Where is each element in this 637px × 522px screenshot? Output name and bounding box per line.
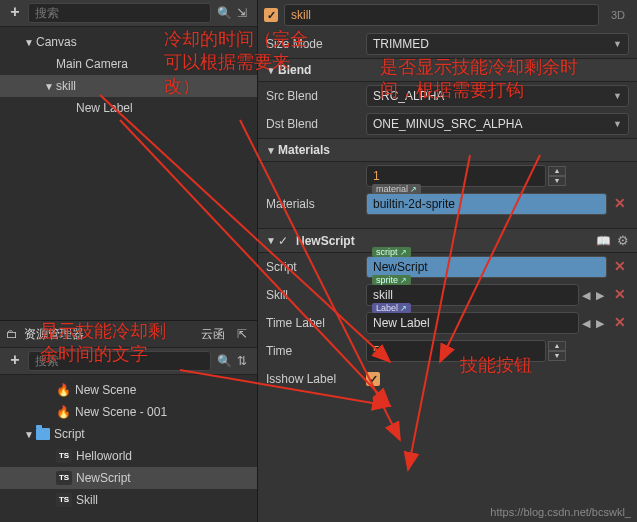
tree-item-label: Canvas xyxy=(36,35,77,49)
chevron-down-icon: ▼ xyxy=(266,145,278,156)
assets-toolbar: + 🔍 ⇅ xyxy=(0,348,257,375)
tree-item-label: NewScript xyxy=(76,471,131,485)
hierarchy-tree: ▼CanvasMain Camera▼skillNew Label xyxy=(0,27,257,123)
tree-item-label: Script xyxy=(54,427,85,441)
time-input[interactable] xyxy=(366,340,546,362)
tree-item-label: New Scene - 001 xyxy=(75,405,167,419)
time-prop-row: Time ▲▼ xyxy=(258,337,637,365)
timelabel-prop-row: Time Label Label↗ ◀ ▶ ✕ xyxy=(258,309,637,337)
script-tag: script↗ xyxy=(372,247,411,257)
assets-panel: 🗀 资源管理器 云函 ⇱ + 🔍 ⇅ 🔥New Scene🔥New Scene … xyxy=(0,320,258,522)
hierarchy-toolbar: + 🔍 ⇲ xyxy=(0,0,257,27)
next-button[interactable]: ▶ xyxy=(593,317,607,330)
add-asset-button[interactable]: + xyxy=(6,352,24,370)
label-tag: Label↗ xyxy=(372,303,411,313)
src-blend-dropdown[interactable]: SRC_ALPHA ▼ xyxy=(366,85,629,107)
assets-search-input[interactable] xyxy=(28,351,211,371)
newscript-section[interactable]: ▼ ✓ NewScript 📖 ⚙ xyxy=(258,228,637,253)
isshow-checkbox[interactable]: ✓ xyxy=(366,372,380,386)
delete-timelabel-button[interactable]: ✕ xyxy=(611,314,629,332)
typescript-icon: TS xyxy=(56,493,72,507)
asset-item-script[interactable]: ▼Script xyxy=(0,423,257,445)
inspector-panel: ✓ 3D Size Mode TRIMMED ▼ ▼ Blend Src Ble… xyxy=(258,0,637,522)
component-active-checkbox[interactable]: ✓ xyxy=(278,234,292,248)
asset-item-newscript[interactable]: TSNewScript xyxy=(0,467,257,489)
prev-button[interactable]: ◀ xyxy=(579,317,593,330)
tree-item-label: skill xyxy=(56,79,76,93)
hierarchy-item-new-label[interactable]: New Label xyxy=(0,97,257,119)
hierarchy-item-skill[interactable]: ▼skill xyxy=(0,75,257,97)
hierarchy-search-input[interactable] xyxy=(28,3,211,23)
folder-icon: 🗀 xyxy=(6,327,18,341)
material-tag: material↗ xyxy=(372,184,421,194)
tree-item-label: Main Camera xyxy=(56,57,128,71)
src-blend-row: Src Blend SRC_ALPHA ▼ xyxy=(258,82,637,110)
isshow-prop-row: Isshow Label ✓ xyxy=(258,365,637,393)
chevron-down-icon: ▼ xyxy=(613,39,622,49)
asset-item-new-scene---001[interactable]: 🔥New Scene - 001 xyxy=(0,401,257,423)
node-name-input[interactable] xyxy=(284,4,599,26)
help-icon[interactable]: 📖 xyxy=(596,234,611,248)
collapse-icon[interactable]: ⇲ xyxy=(233,4,251,22)
timelabel-slot-input[interactable] xyxy=(366,312,579,334)
expand-icon[interactable]: ⇱ xyxy=(233,325,251,343)
material-slot-input[interactable] xyxy=(366,193,607,215)
size-mode-dropdown[interactable]: TRIMMED ▼ xyxy=(366,33,629,55)
material-slot-row: Materials material↗ ✕ xyxy=(258,190,637,218)
typescript-icon: TS xyxy=(56,471,72,485)
caret-icon: ▼ xyxy=(24,429,36,440)
hierarchy-item-canvas[interactable]: ▼Canvas xyxy=(0,31,257,53)
materials-count-row: ▲▼ xyxy=(258,162,637,190)
assets-tree: 🔥New Scene🔥New Scene - 001▼ScriptTSHello… xyxy=(0,375,257,515)
typescript-icon: TS xyxy=(56,449,72,463)
node-active-checkbox[interactable]: ✓ xyxy=(264,8,278,22)
asset-item-helloworld[interactable]: TSHelloworld xyxy=(0,445,257,467)
delete-material-button[interactable]: ✕ xyxy=(611,195,629,213)
chevron-down-icon: ▼ xyxy=(266,65,278,76)
search-icon[interactable]: 🔍 xyxy=(215,4,233,22)
tree-item-label: New Label xyxy=(76,101,133,115)
hierarchy-panel: + 🔍 ⇲ ▼CanvasMain Camera▼skillNew Label xyxy=(0,0,258,320)
dst-blend-dropdown[interactable]: ONE_MINUS_SRC_ALPHA ▼ xyxy=(366,113,629,135)
tree-item-label: Skill xyxy=(76,493,98,507)
assets-header: 🗀 资源管理器 云函 ⇱ xyxy=(0,321,257,348)
chevron-down-icon: ▼ xyxy=(613,119,622,129)
dst-blend-row: Dst Blend ONE_MINUS_SRC_ALPHA ▼ xyxy=(258,110,637,138)
scene-icon: 🔥 xyxy=(56,383,71,397)
assets-panel-title: 资源管理器 xyxy=(24,326,201,343)
folder-icon xyxy=(36,428,50,440)
caret-icon: ▼ xyxy=(24,37,36,48)
skill-prop-row: Skill sprite↗ ◀ ▶ ✕ xyxy=(258,281,637,309)
gear-icon[interactable]: ⚙ xyxy=(617,233,629,248)
asset-item-skill[interactable]: TSSkill xyxy=(0,489,257,511)
prev-button[interactable]: ◀ xyxy=(579,289,593,302)
delete-script-button[interactable]: ✕ xyxy=(611,258,629,276)
3d-toggle[interactable]: 3D xyxy=(605,9,631,21)
chevron-down-icon: ▼ xyxy=(613,91,622,101)
tree-item-label: Helloworld xyxy=(76,449,132,463)
sort-icon[interactable]: ⇅ xyxy=(233,352,251,370)
node-header: ✓ 3D xyxy=(258,0,637,30)
scene-icon: 🔥 xyxy=(56,405,71,419)
search-icon[interactable]: 🔍 xyxy=(215,352,233,370)
asset-item-new-scene[interactable]: 🔥New Scene xyxy=(0,379,257,401)
delete-skill-button[interactable]: ✕ xyxy=(611,286,629,304)
size-mode-label: Size Mode xyxy=(266,37,366,51)
tree-item-label: New Scene xyxy=(75,383,136,397)
blend-section[interactable]: ▼ Blend xyxy=(258,58,637,82)
size-mode-row: Size Mode TRIMMED ▼ xyxy=(258,30,637,58)
script-prop-row: Script script↗ ✕ xyxy=(258,253,637,281)
time-stepper[interactable]: ▲▼ xyxy=(548,341,566,361)
materials-count-stepper[interactable]: ▲▼ xyxy=(548,166,566,186)
add-node-button[interactable]: + xyxy=(6,4,24,22)
assets-tab-cloud[interactable]: 云函 xyxy=(201,326,225,343)
sprite-tag: sprite↗ xyxy=(372,275,411,285)
watermark: https://blog.csdn.net/bcswkl_ xyxy=(490,506,631,518)
chevron-down-icon: ▼ xyxy=(266,235,278,246)
hierarchy-item-main-camera[interactable]: Main Camera xyxy=(0,53,257,75)
materials-section[interactable]: ▼ Materials xyxy=(258,138,637,162)
next-button[interactable]: ▶ xyxy=(593,289,607,302)
caret-icon: ▼ xyxy=(44,81,56,92)
